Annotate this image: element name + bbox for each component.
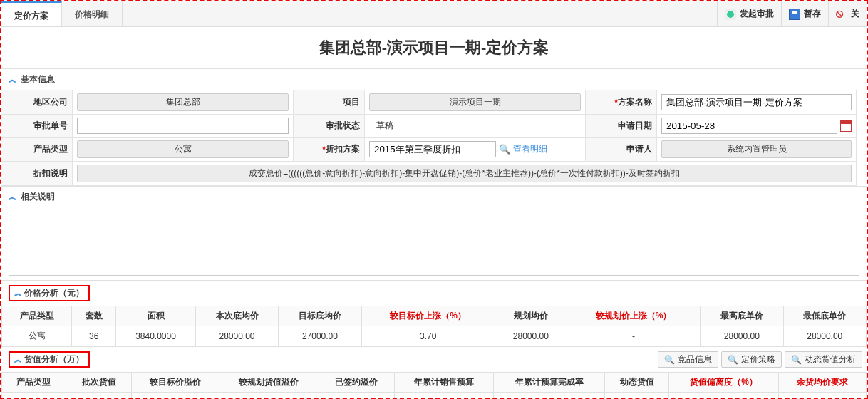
val-region: 集团总部 (73, 90, 294, 115)
lbl-applicant: 申请人 (586, 138, 657, 162)
th-budget: 年累计销售预算 (394, 373, 493, 393)
collapse-icon: ︽ (9, 192, 16, 202)
close-icon (836, 9, 847, 20)
save-icon (789, 9, 800, 20)
th-pprem: 较规划货值溢价 (219, 373, 319, 393)
section-value-analysis[interactable]: ︽ 货值分析（万） (1, 347, 97, 372)
th-ptype: 产品类型 (2, 373, 66, 393)
val-plan-name[interactable] (657, 90, 857, 115)
val-discount-plan[interactable]: 🔍 查看明细 (365, 138, 586, 162)
collapse-icon: ︽ (14, 355, 22, 363)
value-analysis-table: 产品类型 批次货值 较目标价溢价 较规划货值溢价 已签约溢价 年累计销售预算 年… (1, 372, 867, 399)
calendar-icon[interactable] (840, 120, 852, 132)
btn-pricing-strategy[interactable]: 🔍定价策略 (721, 351, 782, 368)
btn-competitor-info[interactable]: 🔍竞品信息 (658, 351, 718, 368)
lbl-plan-name: 方案名称 (586, 90, 657, 115)
plan-name-input[interactable] (661, 94, 852, 110)
th-plan-up: 较规划价上涨（%） (567, 306, 701, 326)
section-related-note[interactable]: ︽ 相关说明 (1, 187, 867, 207)
lbl-discount-plan: 折扣方案 (294, 138, 365, 162)
related-note-textarea[interactable] (9, 212, 859, 276)
th-target-up: 较目标价上涨（%） (361, 306, 495, 326)
search-icon: 🔍 (664, 355, 675, 365)
lbl-approve-no: 审批单号 (1, 115, 73, 138)
btn-close[interactable]: 关 (828, 1, 867, 26)
btn-dynamic-value[interactable]: 🔍动态货值分析 (785, 351, 862, 368)
submit-icon (725, 9, 736, 20)
th-qty: 套数 (72, 306, 116, 326)
search-icon: 🔍 (791, 355, 802, 365)
th-completion: 年累计预算完成率 (494, 373, 605, 393)
val-product-type: 公寓 (73, 138, 294, 162)
btn-label: 发起审批 (740, 8, 774, 20)
val-approve-no[interactable] (73, 115, 294, 138)
th-signed: 已签约溢价 (319, 373, 394, 393)
th-dyn: 动态货值 (605, 373, 669, 393)
toolbar: 定价方案 价格明细 发起审批 暂存 关 (1, 1, 867, 27)
page-title: 集团总部-演示项目一期-定价方案 (1, 27, 867, 68)
section-label: 货值分析（万） (24, 354, 84, 364)
val-project: 演示项目一期 (365, 90, 586, 115)
tab-pricing-plan[interactable]: 定价方案 (1, 1, 62, 26)
lbl-product-type: 产品类型 (1, 138, 73, 162)
approve-no-input[interactable] (77, 118, 289, 134)
val-apply-date[interactable] (657, 115, 857, 138)
discount-plan-input[interactable] (369, 141, 496, 157)
section-basic-info[interactable]: ︽ 基本信息 (1, 69, 867, 90)
lbl-apply-date: 申请日期 (586, 115, 657, 138)
val-discount-desc: 成交总价=((((((总价-意向折扣)-意向折扣)-集中开盘促销)-(总价*老业… (73, 162, 857, 186)
th-batch: 批次货值 (66, 373, 132, 393)
price-analysis-table: 产品类型 套数 面积 本次底均价 目标底均价 较目标价上涨（%） 规划均价 较规… (1, 306, 867, 346)
th-deviation: 货值偏离度（%） (668, 373, 778, 393)
btn-label: 暂存 (804, 8, 821, 20)
tab-price-detail[interactable]: 价格明细 (62, 1, 123, 26)
th-plan-avg: 规划均价 (495, 306, 567, 326)
btn-save-draft[interactable]: 暂存 (781, 1, 828, 26)
th-ptype: 产品类型 (2, 306, 72, 326)
lbl-project: 项目 (294, 90, 365, 115)
lbl-discount-desc: 折扣说明 (1, 162, 73, 186)
th-target: 目标底均价 (279, 306, 361, 326)
view-detail-link[interactable]: 查看明细 (513, 143, 547, 155)
btn-label: 关 (851, 8, 859, 20)
lbl-region: 地区公司 (1, 90, 73, 115)
th-max: 最高底单价 (701, 306, 783, 326)
basic-info-form: 地区公司 集团总部 项目 演示项目一期 方案名称 审批单号 审批状态 草稿 申请… (1, 90, 867, 186)
collapse-icon: ︽ (9, 74, 16, 85)
tabs: 定价方案 价格明细 (1, 1, 123, 26)
section-label: 价格分析（元） (24, 288, 84, 298)
search-icon[interactable]: 🔍 (499, 144, 510, 155)
search-icon: 🔍 (728, 355, 738, 365)
th-area: 面积 (116, 306, 196, 326)
th-remain: 余货均价要求 (779, 373, 867, 393)
val-approve-status: 草稿 (365, 115, 586, 138)
section-label: 基本信息 (21, 73, 55, 86)
lbl-approve-status: 审批状态 (294, 115, 365, 138)
table-row: 公寓 10752.00 384.00 - - - - - 100.00 2.80 (2, 393, 867, 400)
section-price-analysis[interactable]: ︽ 价格分析（元） (1, 281, 867, 306)
th-avg: 本次底均价 (195, 306, 278, 326)
th-min: 最低底单价 (783, 306, 866, 326)
th-tprem: 较目标价溢价 (132, 373, 219, 393)
section-label: 相关说明 (21, 191, 55, 203)
apply-date-input[interactable] (661, 118, 837, 134)
collapse-icon: ︽ (14, 289, 22, 297)
btn-submit-approval[interactable]: 发起审批 (717, 1, 781, 26)
table-row: 公寓 36 3840.0000 28000.00 27000.00 3.70 2… (2, 326, 867, 346)
val-applicant: 系统内置管理员 (657, 138, 857, 162)
